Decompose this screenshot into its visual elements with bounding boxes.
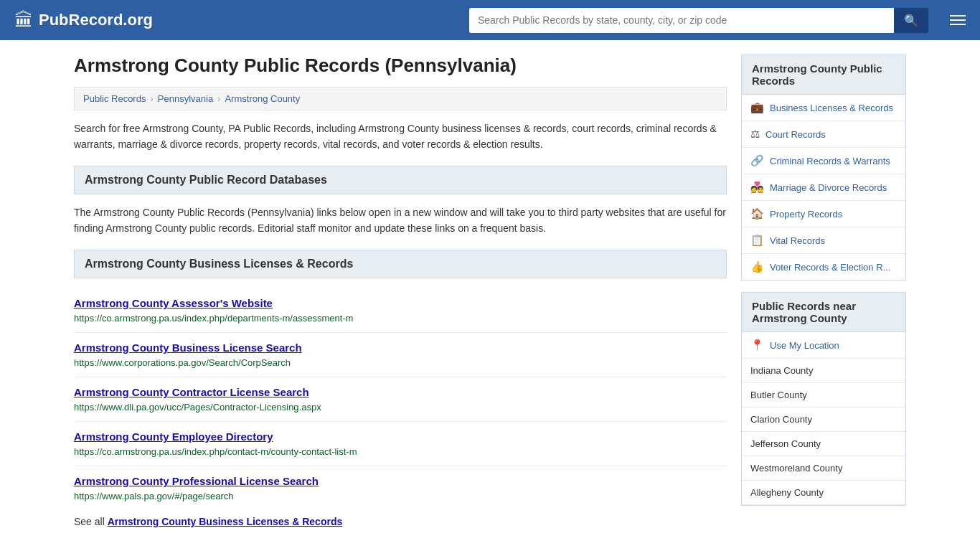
business-link-title[interactable]: Armstrong County Employee Directory <box>74 430 727 443</box>
sidebar-record-icon: 📋 <box>750 234 764 247</box>
business-link-url: https://www.pals.pa.gov/#/page/search <box>74 491 234 501</box>
nearby-item[interactable]: Westmoreland County <box>742 456 905 481</box>
business-link-url: https://www.corporations.pa.gov/Search/C… <box>74 357 291 368</box>
sidebar-record-label: Vital Records <box>770 235 825 246</box>
business-link-title[interactable]: Armstrong County Assessor's Website <box>74 297 727 309</box>
nearby-item-label: Use My Location <box>770 340 839 351</box>
sidebar-record-icon: ⚖ <box>750 128 760 141</box>
sidebar-record-label: Court Records <box>765 129 826 140</box>
business-link-item: Armstrong County Contractor License Sear… <box>74 377 727 422</box>
sidebar: Armstrong County Public Records 💼 Busine… <box>741 55 906 533</box>
sidebar-record-label: Property Records <box>770 209 842 220</box>
site-header: 🏛 PubRecord.org 🔍 <box>0 0 980 40</box>
hamburger-menu-button[interactable] <box>950 15 966 25</box>
logo[interactable]: 🏛 PubRecord.org <box>14 9 153 32</box>
breadcrumb-armstrong-county[interactable]: Armstrong County <box>225 93 300 104</box>
nearby-item[interactable]: 📍Use My Location <box>742 332 905 359</box>
sidebar-record-label: Business Licenses & Records <box>770 103 893 113</box>
sidebar-record-label: Criminal Records & Warrants <box>770 156 890 166</box>
sidebar-records-title: Armstrong County Public Records <box>741 55 906 95</box>
see-all-business: See all Armstrong County Business Licens… <box>74 516 727 533</box>
business-links-list: Armstrong County Assessor's Website http… <box>74 288 727 510</box>
sidebar-record-item[interactable]: 👍 Voter Records & Election R... <box>742 254 905 280</box>
business-link-item: Armstrong County Professional License Se… <box>74 466 727 510</box>
business-link-item: Armstrong County Employee Directory http… <box>74 422 727 466</box>
sidebar-record-item[interactable]: 📋 Vital Records <box>742 227 905 254</box>
databases-description: The Armstrong County Public Records (Pen… <box>74 204 727 237</box>
nearby-item[interactable]: Clarion County <box>742 408 905 432</box>
search-area: 🔍 <box>469 8 928 33</box>
breadcrumb: Public Records › Pennsylvania › Armstron… <box>74 87 727 110</box>
nearby-item-label: Indiana County <box>750 365 813 376</box>
sidebar-record-icon: 👍 <box>750 260 764 273</box>
content-area: Armstrong County Public Records (Pennsyl… <box>74 55 727 533</box>
main-wrapper: Armstrong County Public Records (Pennsyl… <box>60 40 920 533</box>
nearby-item[interactable]: Butler County <box>742 383 905 408</box>
search-input[interactable] <box>469 8 894 33</box>
location-icon: 📍 <box>750 339 764 352</box>
menu-line-3 <box>950 24 966 25</box>
nearby-item-label: Allegheny County <box>750 487 824 498</box>
sidebar-record-item[interactable]: 💑 Marriage & Divorce Records <box>742 174 905 201</box>
business-link-title[interactable]: Armstrong County Contractor License Sear… <box>74 386 727 398</box>
breadcrumb-public-records[interactable]: Public Records <box>83 93 146 104</box>
sidebar-record-item[interactable]: ⚖ Court Records <box>742 121 905 148</box>
nearby-item-label: Westmoreland County <box>750 463 842 474</box>
sidebar-record-icon: 🔗 <box>750 154 764 167</box>
business-link-item: Armstrong County Business License Search… <box>74 333 727 377</box>
nearby-item-label: Butler County <box>750 390 807 400</box>
sidebar-record-icon: 💑 <box>750 181 764 194</box>
sidebar-record-label: Voter Records & Election R... <box>770 262 890 273</box>
business-link-url: https://co.armstrong.pa.us/index.php/con… <box>74 446 357 457</box>
logo-icon: 🏛 <box>14 9 33 32</box>
business-link-title[interactable]: Armstrong County Business License Search <box>74 342 727 354</box>
see-all-business-link[interactable]: Armstrong County Business Licenses & Rec… <box>108 516 343 527</box>
sidebar-record-label: Marriage & Divorce Records <box>770 182 887 193</box>
nearby-item[interactable]: Indiana County <box>742 359 905 383</box>
menu-line-1 <box>950 15 966 17</box>
nearby-item-label: Clarion County <box>750 414 812 425</box>
databases-section-header: Armstrong County Public Record Databases <box>74 166 727 194</box>
sidebar-nearby-title: Public Records near Armstrong County <box>741 292 906 332</box>
business-link-title[interactable]: Armstrong County Professional License Se… <box>74 475 727 487</box>
breadcrumb-pennsylvania[interactable]: Pennsylvania <box>158 93 213 104</box>
nearby-item[interactable]: Allegheny County <box>742 481 905 505</box>
breadcrumb-sep-1: › <box>150 93 153 104</box>
business-section-header: Armstrong County Business Licenses & Rec… <box>74 250 727 278</box>
business-link-item: Armstrong County Assessor's Website http… <box>74 288 727 333</box>
nearby-item-label: Jefferson County <box>750 438 821 449</box>
logo-text: PubRecord.org <box>39 11 153 29</box>
nearby-item[interactable]: Jefferson County <box>742 432 905 456</box>
menu-line-2 <box>950 19 966 21</box>
sidebar-record-icon: 🏠 <box>750 207 764 220</box>
sidebar-records-list: 💼 Business Licenses & Records ⚖ Court Re… <box>741 95 906 281</box>
business-link-url: https://www.dli.pa.gov/ucc/Pages/Contrac… <box>74 402 321 413</box>
sidebar-nearby-list: 📍Use My LocationIndiana CountyButler Cou… <box>741 332 906 506</box>
sidebar-record-item[interactable]: 💼 Business Licenses & Records <box>742 95 905 121</box>
sidebar-record-item[interactable]: 🏠 Property Records <box>742 201 905 227</box>
search-icon: 🔍 <box>904 14 918 27</box>
breadcrumb-sep-2: › <box>217 93 220 104</box>
page-title: Armstrong County Public Records (Pennsyl… <box>74 55 727 77</box>
sidebar-record-icon: 💼 <box>750 101 764 114</box>
page-description: Search for free Armstrong County, PA Pub… <box>74 121 727 153</box>
search-button[interactable]: 🔍 <box>894 8 928 33</box>
sidebar-record-item[interactable]: 🔗 Criminal Records & Warrants <box>742 148 905 174</box>
business-link-url: https://co.armstrong.pa.us/index.php/dep… <box>74 313 353 324</box>
